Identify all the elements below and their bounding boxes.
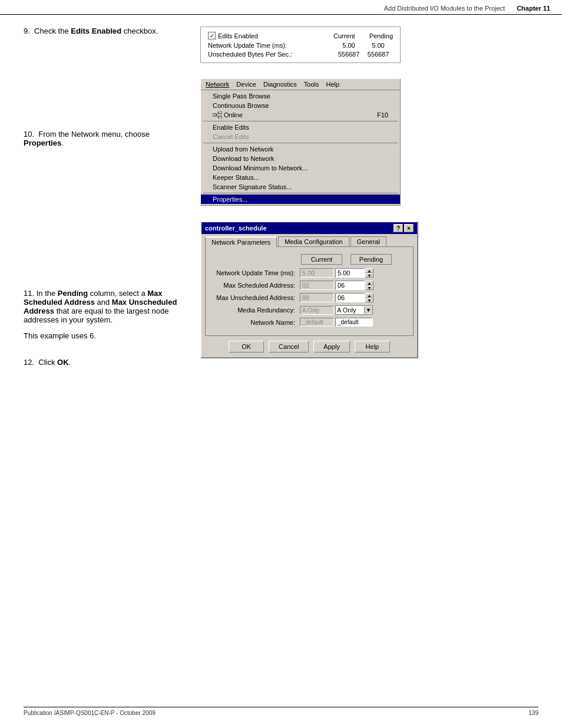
footer-publication: Publication IASIMP-QS001C-EN-P - October… bbox=[24, 710, 156, 716]
page-footer: Publication IASIMP-QS001C-EN-P - October… bbox=[24, 707, 538, 716]
max-scheduled-address-label: Max Scheduled Address: bbox=[211, 282, 300, 289]
spin-up-3[interactable]: ▲ bbox=[365, 293, 373, 298]
network-update-time-current[interactable] bbox=[300, 268, 334, 278]
menu-item-download-min[interactable]: Download Minimum to Network... bbox=[201, 163, 400, 173]
edits-enabled-panel: ✓ Edits Enabled Current Pending Network … bbox=[200, 27, 401, 63]
max-scheduled-address-spinner[interactable]: ▲ ▼ bbox=[365, 281, 373, 290]
menu-item-continuous-browse[interactable]: Continuous Browse bbox=[201, 101, 400, 110]
svg-rect-2 bbox=[219, 116, 222, 118]
max-scheduled-address-row: Max Scheduled Address: ▲ ▼ bbox=[211, 281, 407, 290]
max-scheduled-address-current-wrapper bbox=[300, 281, 335, 290]
dialog-help-btn[interactable]: ? bbox=[394, 224, 403, 232]
apply-button[interactable]: Apply bbox=[313, 341, 350, 353]
edits-enabled-label: Edits Enabled bbox=[218, 32, 258, 39]
spin-up-2[interactable]: ▲ bbox=[365, 281, 373, 285]
header-chapter: Chapter 11 bbox=[517, 5, 550, 12]
menu-tools[interactable]: Tools bbox=[302, 80, 322, 88]
menu-item-download[interactable]: Download to Network bbox=[201, 154, 400, 163]
spin-down-3[interactable]: ▼ bbox=[365, 298, 373, 302]
step-10-text: 10. From the Network menu, choose Proper… bbox=[24, 130, 189, 147]
unscheduled-bytes-current: 556687 bbox=[334, 51, 363, 58]
network-name-pending-wrapper bbox=[335, 318, 376, 327]
network-dropdown: Single Pass Browse Continuous Browse bbox=[201, 90, 400, 205]
max-unscheduled-address-current-wrapper bbox=[300, 293, 335, 302]
main-content: 9. Check the Edits Enabled checkbox. 10.… bbox=[0, 15, 562, 396]
max-unscheduled-address-current bbox=[300, 293, 334, 302]
dialog-titlebar: controller_schedule ? × bbox=[201, 222, 417, 234]
step-11-text: 11. In the Pending column, select a Max … bbox=[24, 289, 189, 324]
online-shortcut: F10 bbox=[377, 111, 388, 118]
instructions-column: 9. Check the Edits Enabled checkbox. 10.… bbox=[24, 27, 189, 384]
media-redundancy-label: Media Redundancy: bbox=[211, 307, 300, 314]
controller-schedule-dialog: controller_schedule ? × Network Paramete… bbox=[200, 221, 418, 358]
menu-item-upload[interactable]: Upload from Network bbox=[201, 144, 400, 154]
media-redundancy-current-wrapper bbox=[300, 306, 335, 315]
max-unscheduled-address-pending-wrapper: ▲ ▼ bbox=[335, 293, 376, 302]
menu-sep-3 bbox=[203, 193, 398, 193]
network-update-time-spinner[interactable]: ▲ ▼ bbox=[365, 268, 373, 278]
col-header-pending: Pending bbox=[351, 254, 392, 265]
help-button[interactable]: Help bbox=[355, 341, 390, 353]
dialog-content: Current Pending Network Update Time (ms)… bbox=[205, 246, 414, 336]
menu-diagnostics[interactable]: Diagnostics bbox=[261, 80, 299, 88]
media-redundancy-dropdown-arrow[interactable]: ▼ bbox=[364, 307, 372, 314]
step-10: 10. From the Network menu, choose Proper… bbox=[24, 130, 189, 147]
max-unscheduled-address-label: Max Unscheduled Address: bbox=[211, 294, 300, 301]
edits-enabled-checkbox[interactable]: ✓ bbox=[208, 32, 216, 39]
footer-page-number: 139 bbox=[528, 710, 538, 716]
max-scheduled-address-current bbox=[300, 281, 334, 290]
svg-rect-0 bbox=[213, 114, 216, 116]
max-unscheduled-address-pending[interactable] bbox=[335, 293, 365, 302]
dialog-tabs: Network Parameters Media Configuration G… bbox=[201, 234, 417, 246]
media-redundancy-pending-value: A Only bbox=[336, 306, 364, 314]
step-12-text: 12. Click OK. bbox=[24, 358, 189, 367]
menu-item-online[interactable]: Online F10 bbox=[201, 110, 400, 120]
menu-help[interactable]: Help bbox=[324, 80, 342, 88]
media-redundancy-select-wrapper[interactable]: A Only ▼ bbox=[335, 305, 373, 315]
media-redundancy-current bbox=[300, 306, 334, 315]
dialog-buttons-row: OK Cancel Apply Help bbox=[201, 336, 417, 357]
ok-button[interactable]: OK bbox=[229, 341, 264, 353]
step-11-example: This example uses 6. bbox=[24, 331, 189, 340]
svg-line-4 bbox=[216, 115, 219, 117]
page-header: Add Distributed I/O Modules to the Proje… bbox=[0, 0, 562, 15]
media-redundancy-row: Media Redundancy: A Only ▼ bbox=[211, 305, 407, 315]
titlebar-buttons: ? × bbox=[394, 224, 414, 232]
max-unscheduled-address-row: Max Unscheduled Address: ▲ ▼ bbox=[211, 293, 407, 302]
dialog-title: controller_schedule bbox=[205, 225, 267, 232]
menu-item-keeper-status[interactable]: Keeper Status... bbox=[201, 173, 400, 182]
max-unscheduled-address-spinner[interactable]: ▲ ▼ bbox=[365, 293, 373, 302]
network-name-row: Network Name: bbox=[211, 318, 407, 327]
dialog-close-btn[interactable]: × bbox=[404, 224, 414, 232]
menu-item-enable-edits[interactable]: Enable Edits bbox=[201, 123, 400, 132]
network-update-label: Network Update Time (ms): bbox=[208, 42, 334, 49]
network-nodes-icon bbox=[213, 111, 222, 118]
network-name-label: Network Name: bbox=[211, 319, 300, 326]
menu-item-cancel-edits: Cancel Edits bbox=[201, 132, 400, 141]
network-menu: Network Device Diagnostics Tools Help Si… bbox=[200, 78, 401, 206]
menu-device[interactable]: Device bbox=[234, 80, 259, 88]
network-update-pending: 5.00 bbox=[363, 42, 393, 49]
menu-item-scanner-sig[interactable]: Scanner Signature Status... bbox=[201, 182, 400, 192]
tab-network-parameters[interactable]: Network Parameters bbox=[205, 236, 277, 247]
pending-col-label: Pending bbox=[369, 32, 393, 39]
network-update-time-pending[interactable] bbox=[335, 268, 365, 278]
svg-line-3 bbox=[216, 113, 219, 115]
media-redundancy-pending-wrapper: A Only ▼ bbox=[335, 305, 376, 315]
menu-network[interactable]: Network bbox=[203, 80, 232, 88]
max-scheduled-address-pending[interactable] bbox=[335, 281, 365, 290]
network-update-time-current-wrapper bbox=[300, 268, 335, 278]
svg-rect-1 bbox=[219, 111, 222, 114]
spin-down-2[interactable]: ▼ bbox=[365, 285, 373, 290]
menu-bar-items: Network Device Diagnostics Tools Help bbox=[201, 79, 400, 90]
menu-item-properties[interactable]: Properties... bbox=[201, 195, 400, 204]
cancel-button[interactable]: Cancel bbox=[269, 341, 309, 353]
menu-item-single-pass-browse[interactable]: Single Pass Browse bbox=[201, 91, 400, 101]
spin-down[interactable]: ▼ bbox=[365, 273, 373, 278]
tab-general[interactable]: General bbox=[351, 236, 386, 246]
tab-media-configuration[interactable]: Media Configuration bbox=[278, 236, 349, 246]
col-headers-row: Current Pending bbox=[301, 254, 407, 265]
online-icon: Online bbox=[213, 111, 243, 118]
network-name-pending[interactable] bbox=[335, 318, 373, 327]
spin-up[interactable]: ▲ bbox=[365, 268, 373, 273]
